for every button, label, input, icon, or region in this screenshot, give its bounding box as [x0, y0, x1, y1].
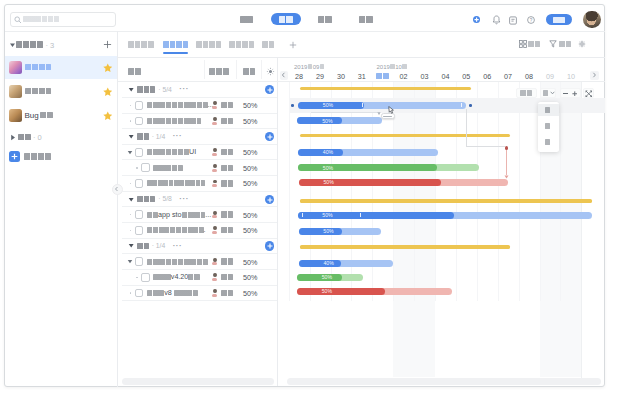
- svg-text:?: ?: [530, 18, 533, 23]
